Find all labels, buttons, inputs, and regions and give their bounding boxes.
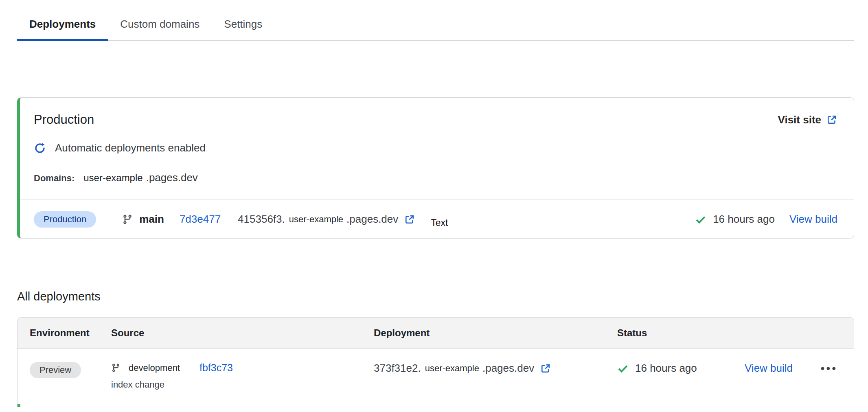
commit-link[interactable]: 7d3e477 (180, 213, 221, 226)
deployment-cell: 373f31e2. user-example .pages.dev (374, 362, 617, 375)
column-header-environment: Environment (30, 327, 111, 339)
tab-bar: Deployments Custom domains Settings (17, 11, 854, 41)
visit-site-link[interactable]: Visit site (778, 114, 837, 126)
branch-name: main (139, 213, 164, 226)
production-deployment-row: Production main 7d3e477 415356f3. user-e… (20, 199, 854, 238)
column-header-status: Status (617, 327, 745, 339)
domains-label: Domains: (34, 173, 75, 184)
deployments-table: Environment Source Deployment Status Pre… (17, 317, 854, 407)
table-row: Preview development fbf3c73 index change… (18, 349, 854, 404)
column-header-deployment: Deployment (374, 327, 617, 339)
tab-settings[interactable]: Settings (212, 11, 274, 41)
git-branch-icon (122, 214, 133, 225)
environment-cell: Preview (30, 362, 111, 378)
git-branch-icon (111, 363, 121, 373)
deployments-page: Deployments Custom domains Settings Prod… (0, 11, 868, 407)
production-card: Production Visit site Automatic deployme… (17, 97, 854, 239)
deployment-url-prefix: 415356f3. (238, 213, 285, 226)
column-header-source: Source (111, 327, 374, 339)
deployment-url-name: user-example (425, 363, 479, 374)
deployment-url-prefix: 373f31e2. (374, 362, 421, 375)
note-text: Text (431, 217, 448, 228)
actions-cell: View build ••• (745, 362, 837, 375)
tab-custom-domains[interactable]: Custom domains (108, 11, 212, 41)
domain-name: user-example (83, 172, 142, 184)
automatic-deployments-text: Automatic deployments enabled (55, 142, 206, 154)
branch-name: development (129, 363, 180, 373)
deployment-url-suffix: .pages.dev (346, 213, 398, 226)
source-cell: development fbf3c73 index change (111, 362, 374, 390)
domain-suffix: .pages.dev (146, 171, 198, 184)
view-build-link[interactable]: View build (745, 362, 793, 375)
column-header-actions (745, 327, 837, 339)
environment-badge: Production (34, 211, 96, 228)
deployment-url-name: user-example (289, 214, 343, 225)
view-build-link[interactable]: View build (789, 213, 837, 226)
deployment-url: 415356f3. user-example .pages.dev (238, 213, 415, 226)
all-deployments-heading: All deployments (17, 290, 854, 303)
commit-link[interactable]: fbf3c73 (199, 362, 233, 374)
deployment-time: 16 hours ago (635, 362, 697, 375)
success-check-icon (695, 214, 706, 225)
commit-message: index change (111, 379, 374, 390)
deployment-url-suffix: .pages.dev (482, 362, 534, 375)
external-link-icon (826, 114, 837, 125)
environment-badge: Preview (30, 362, 81, 378)
success-check-icon (617, 363, 629, 374)
tab-deployments[interactable]: Deployments (17, 11, 108, 41)
table-header-row: Environment Source Deployment Status (18, 318, 854, 349)
visit-site-label: Visit site (778, 114, 821, 126)
refresh-icon (34, 142, 46, 154)
external-link-icon[interactable] (540, 363, 551, 374)
external-link-icon[interactable] (404, 214, 415, 225)
more-options-button[interactable]: ••• (821, 363, 837, 374)
deployment-time: 16 hours ago (713, 213, 775, 226)
next-row-partial (18, 404, 854, 407)
status-cell: 16 hours ago (617, 362, 745, 375)
production-card-title: Production (34, 112, 94, 127)
